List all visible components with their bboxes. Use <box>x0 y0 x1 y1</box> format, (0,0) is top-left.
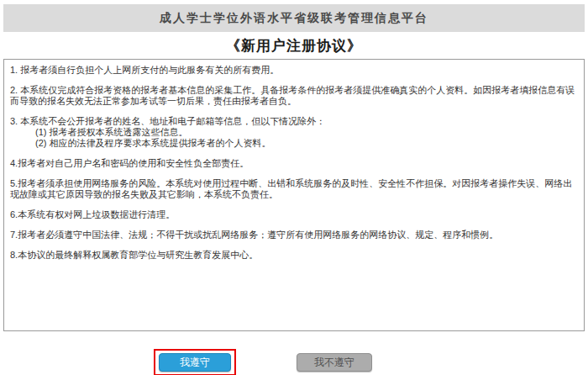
agreement-subitem-1: (1) 报考者授权本系统透露这些信息。 <box>10 127 577 138</box>
agreement-title: 《新用户注册协议》 <box>226 36 362 55</box>
page: 成人学士学位外语水平省级联考管理信息平台 《新用户注册协议》 1. 报考者须自行… <box>0 0 588 375</box>
agreement-item-3-subitems: (1) 报考者授权本系统透露这些信息。 (2) 相应的法律及程序要求本系统提供报… <box>10 127 577 149</box>
subtitle-row: 《新用户注册协议》 <box>3 32 585 59</box>
agreement-item-5: 5.报考者须承担使用网络服务的风险。本系统对使用过程中断、出错和系统服务的及时性… <box>10 178 577 200</box>
agreement-text-box: 1. 报考者须自行负担个人上网所支付的与此服务有关的所有费用。 2. 本系统仅完… <box>3 59 585 331</box>
button-row: 我遵守 我不遵守 <box>3 349 585 375</box>
agreement-item-1: 1. 报考者须自行负担个人上网所支付的与此服务有关的所有费用。 <box>10 65 577 76</box>
agreement-item-8: 8.本协议的最终解释权属教育部学位与研究生教育发展中心。 <box>10 250 577 261</box>
agreement-item-4: 4.报考者对自己用户名和密码的使用和安全性负全部责任。 <box>10 158 577 169</box>
click-highlight-annotation: 我遵守 <box>154 349 236 375</box>
agreement-item-3: 3. 本系统不会公开报考者的姓名、地址和电子邮箱等信息，但以下情况除外： <box>10 116 577 127</box>
agreement-subitem-2: (2) 相应的法律及程序要求本系统提供报考者的个人资料。 <box>10 138 577 149</box>
agreement-item-2: 2. 本系统仅完成符合报考资格的报考者基本信息的采集工作。具备报考条件的报考者须… <box>10 85 577 107</box>
agreement-item-7: 7.报考者必须遵守中国法律、法规；不得干扰或扰乱网络服务；遵守所有使用网络服务的… <box>10 230 577 240</box>
disagree-button[interactable]: 我不遵守 <box>297 353 372 372</box>
agreement-item-6: 6.本系统有权对网上垃圾数据进行清理。 <box>10 209 577 220</box>
page-title: 成人学士学位外语水平省级联考管理信息平台 <box>160 11 428 26</box>
agree-button[interactable]: 我遵守 <box>159 353 231 372</box>
header-bar: 成人学士学位外语水平省级联考管理信息平台 <box>3 4 585 32</box>
